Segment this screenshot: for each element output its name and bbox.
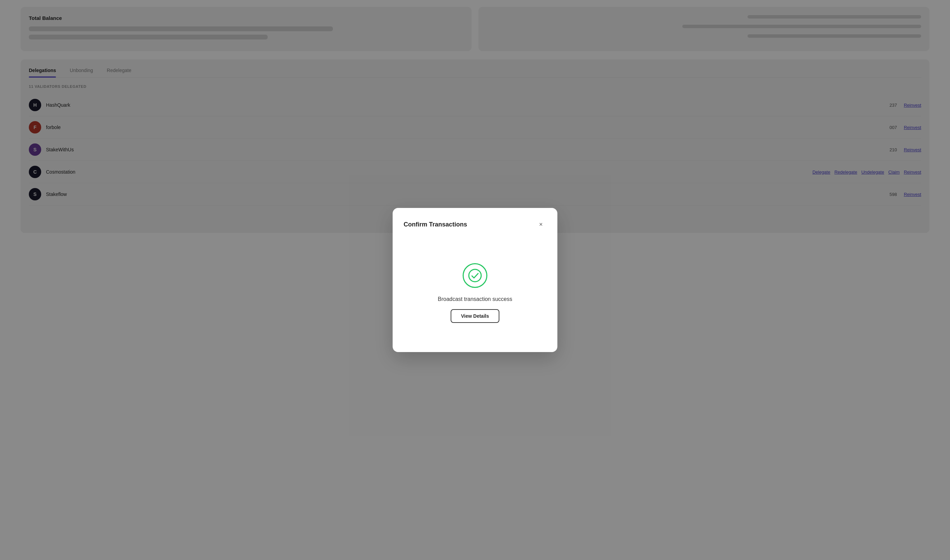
- modal-header: Confirm Transactions ×: [403, 219, 547, 230]
- confirm-transactions-modal: Confirm Transactions × Broadcast transac…: [393, 208, 557, 352]
- checkmark-svg: [468, 269, 482, 282]
- modal-close-button[interactable]: ×: [536, 219, 547, 230]
- modal-title: Confirm Transactions: [403, 221, 467, 228]
- modal-overlay: Confirm Transactions × Broadcast transac…: [0, 0, 950, 560]
- success-icon-wrapper: [461, 262, 489, 289]
- close-icon: ×: [539, 221, 543, 228]
- view-details-button[interactable]: View Details: [451, 309, 499, 323]
- success-message: Broadcast transaction success: [438, 296, 513, 302]
- success-circle-icon: [463, 263, 487, 288]
- svg-point-0: [469, 269, 481, 282]
- modal-body: Broadcast transaction success View Detai…: [403, 244, 547, 341]
